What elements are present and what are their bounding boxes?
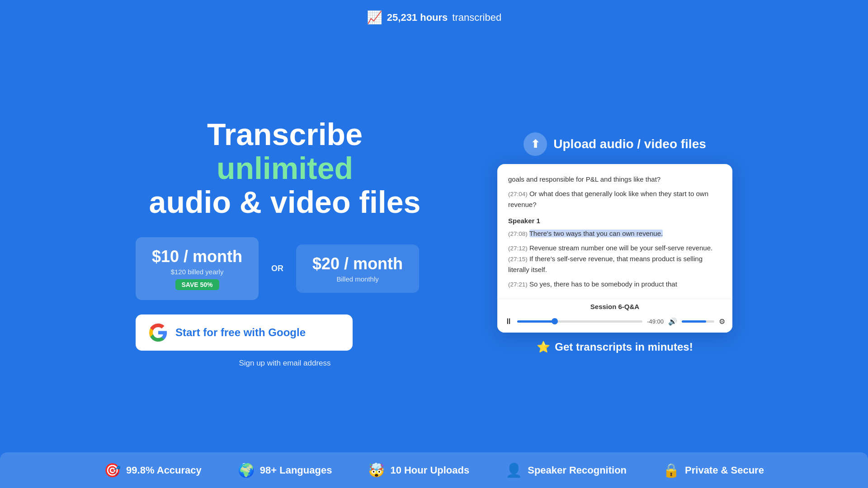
headline-text2: audio & video files — [149, 185, 421, 219]
pause-button[interactable]: ⏸ — [505, 317, 513, 326]
transcript-line-3-highlighted: There's two ways that you can own revenu… — [529, 230, 663, 237]
timestamp-2708: (27:08) — [508, 230, 528, 237]
timestamp-2715: (27:15) — [508, 256, 528, 263]
timestamp-2712: (27:12) — [508, 245, 528, 252]
feature-label: Speaker Recognition — [528, 465, 627, 476]
transcript-line-5: (27:21) So yes, there has to be somebody… — [508, 279, 722, 290]
transcript-line-1: goals and responsible for P&L and things… — [508, 174, 722, 185]
transcript-body: goals and responsible for P&L and things… — [497, 164, 732, 299]
star-icon: ⭐ — [537, 341, 550, 353]
feature-icon: 🔒 — [663, 462, 679, 478]
email-signup-link[interactable]: Sign up with email address — [136, 359, 434, 368]
upload-section-header: ⬆ Upload audio / video files — [524, 132, 706, 156]
feature-label: 98+ Languages — [260, 465, 332, 476]
feature-item-private-&-secure: 🔒Private & Secure — [663, 462, 764, 478]
feature-item-10-hour-uploads: 🤯10 Hour Uploads — [368, 462, 469, 478]
upload-icon: ⬆ — [524, 132, 547, 156]
transcript-line-3: (27:08) There's two ways that you can ow… — [508, 228, 722, 239]
feature-label: Private & Secure — [685, 465, 764, 476]
top-stats-bar: 📈 25,231 hours transcribed — [367, 0, 501, 33]
left-panel: Transcribe unlimited audio & video files… — [136, 117, 434, 367]
volume-bar[interactable] — [682, 320, 714, 323]
transcript-line-2: (27:04) Or what does that generally look… — [508, 188, 722, 210]
monthly-sub: Billed monthly — [312, 275, 403, 283]
session-label: Session 6-Q&A — [497, 299, 732, 312]
audio-player[interactable]: ⏸ -49:00 🔊 ⚙ — [497, 312, 732, 333]
feature-label: 10 Hour Uploads — [390, 465, 469, 476]
time-display: -49:00 — [647, 318, 664, 325]
transcript-card: goals and responsible for P&L and things… — [497, 164, 732, 333]
google-logo-icon — [149, 324, 167, 342]
transcript-line-4: (27:12) Revenue stream number one will b… — [508, 243, 722, 275]
feature-item-99.8%-accuracy: 🎯99.8% Accuracy — [104, 462, 202, 478]
upload-label-text: Upload audio / video files — [553, 137, 706, 151]
feature-icon: 🌍 — [238, 462, 255, 478]
hours-label: transcribed — [452, 12, 501, 23]
feature-label: 99.8% Accuracy — [126, 465, 202, 476]
settings-icon[interactable]: ⚙ — [719, 317, 725, 326]
timestamp-2704: (27:04) — [508, 191, 528, 197]
monthly-price: $20 / month — [312, 254, 403, 273]
speaker-label: Speaker 1 — [508, 216, 722, 226]
google-btn-label: Start for free with Google — [175, 326, 306, 339]
headline-text1: Transcribe — [207, 117, 363, 151]
yearly-price: $10 / month — [152, 247, 242, 266]
volume-icon[interactable]: 🔊 — [668, 317, 677, 326]
volume-fill — [682, 320, 706, 323]
transcript-line-4b-text: If there's self-serve revenue, that mean… — [508, 255, 703, 273]
get-transcripts-text: Get transcripts in minutes! — [555, 341, 693, 353]
progress-fill — [517, 320, 555, 323]
monthly-plan-box[interactable]: $20 / month Billed monthly — [296, 244, 419, 293]
feature-icon: 👤 — [505, 462, 522, 478]
feature-icon: 🤯 — [368, 462, 385, 478]
main-content: Transcribe unlimited audio & video files… — [118, 33, 750, 452]
features-bar: 🎯99.8% Accuracy🌍98+ Languages🤯10 Hour Up… — [0, 452, 868, 488]
chart-icon: 📈 — [367, 10, 382, 25]
yearly-sub: $120 billed yearly — [152, 268, 242, 276]
progress-thumb — [552, 318, 558, 324]
transcript-line-4-text: Revenue stream number one will be your s… — [529, 244, 712, 252]
google-signup-button[interactable]: Start for free with Google — [136, 314, 353, 351]
main-headline: Transcribe unlimited audio & video files — [136, 117, 434, 219]
save-badge: SAVE 50% — [175, 279, 219, 290]
get-transcripts-label: ⭐ Get transcripts in minutes! — [537, 341, 693, 353]
feature-item-98+-languages: 🌍98+ Languages — [238, 462, 332, 478]
pricing-row: $10 / month $120 billed yearly SAVE 50% … — [136, 237, 434, 300]
yearly-plan-box[interactable]: $10 / month $120 billed yearly SAVE 50% — [136, 237, 259, 300]
progress-bar[interactable] — [517, 320, 642, 323]
hours-count: 25,231 hours — [387, 12, 448, 23]
transcript-line-2-text: Or what does that generally look like wh… — [508, 190, 708, 208]
transcript-line-5-text: So yes, there has to be somebody in prod… — [529, 280, 677, 288]
timestamp-2721: (27:21) — [508, 281, 528, 288]
or-separator: OR — [271, 264, 283, 273]
feature-item-speaker-recognition: 👤Speaker Recognition — [505, 462, 627, 478]
feature-icon: 🎯 — [104, 462, 121, 478]
headline-highlight: unlimited — [217, 151, 353, 185]
right-panel: ⬆ Upload audio / video files goals and r… — [497, 132, 732, 353]
